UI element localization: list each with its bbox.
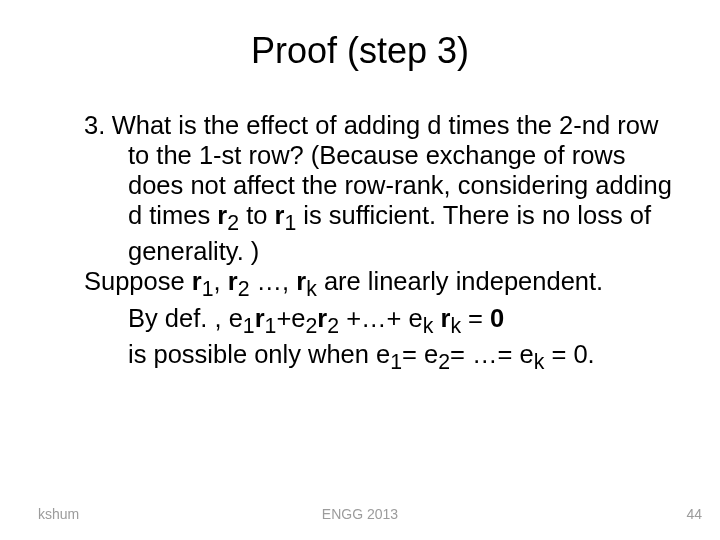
slide: Proof (step 3) 3.What is the effect of a… (0, 0, 720, 540)
possible-line: is possible only when e1= e2= …= ek = 0. (40, 339, 680, 375)
bydef-rk-sub: k (450, 314, 461, 338)
footer-course: ENGG 2013 (322, 506, 398, 522)
bydef-zero: 0 (490, 304, 504, 332)
suppose-r2-sub: 2 (238, 278, 250, 302)
footer-author: kshum (38, 506, 79, 522)
bydef-r2: r (317, 304, 327, 332)
bydef-rk: r (440, 304, 450, 332)
suppose-r2: r (228, 267, 238, 295)
suppose-ell: …, (249, 267, 296, 295)
suppose-rk: r (296, 267, 306, 295)
poss-eq1: = e (402, 340, 438, 368)
bydef-line: By def. , e1r1+e2r2 +…+ ek rk = 0 (40, 303, 680, 339)
bydef-pre: By def. , e (128, 304, 243, 332)
bydef-1a: 1 (243, 314, 255, 338)
slide-title: Proof (step 3) (40, 30, 680, 72)
slide-footer: kshum ENGG 2013 44 (0, 506, 720, 522)
para1-r1-sub: 1 (284, 211, 296, 235)
suppose-post: are linearly independent. (317, 267, 603, 295)
bydef-eq: = (461, 304, 490, 332)
bydef-r1-sub: 1 (265, 314, 277, 338)
poss-1: 1 (390, 350, 402, 374)
suppose-rk-sub: k (306, 278, 317, 302)
bydef-r1: r (255, 304, 265, 332)
poss-end: = 0. (544, 340, 594, 368)
poss-2: 2 (438, 350, 450, 374)
bullet-3: 3.What is the effect of adding d times t… (40, 110, 680, 266)
poss-eq2: = …= e (450, 340, 534, 368)
bydef-r2-sub: 2 (327, 314, 339, 338)
bydef-k: k (423, 314, 434, 338)
bydef-2a: 2 (305, 314, 317, 338)
para1-r2: r (217, 201, 227, 229)
suppose-r1: r (192, 267, 202, 295)
bydef-plus-ell: +…+ e (339, 304, 423, 332)
suppose-r1-sub: 1 (202, 278, 214, 302)
bydef-plus1: +e (276, 304, 305, 332)
footer-slide-number: 44 (686, 506, 702, 522)
poss-pre: is possible only when e (128, 340, 390, 368)
suppose-line: Suppose r1, r2 …, rk are linearly indepe… (40, 266, 680, 302)
suppose-sep1: , (214, 267, 228, 295)
poss-k: k (534, 350, 545, 374)
para1-seg2: to (239, 201, 274, 229)
bullet-number: 3. (84, 111, 105, 139)
slide-body: 3.What is the effect of adding d times t… (40, 110, 680, 375)
para1-r2-sub: 2 (227, 211, 239, 235)
para1-r1: r (274, 201, 284, 229)
suppose-pre: Suppose (84, 267, 192, 295)
